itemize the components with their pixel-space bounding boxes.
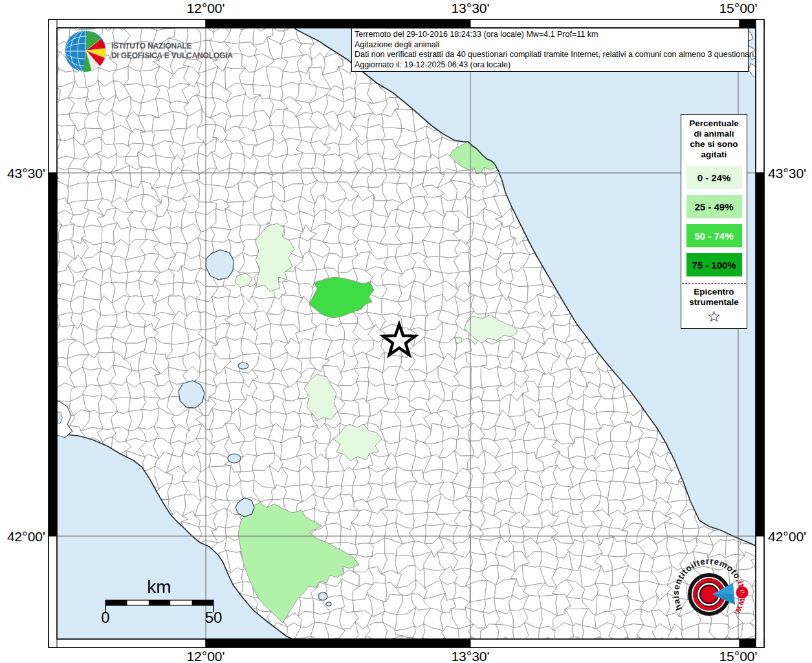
earthquake-info-box: Terremoto del 29-10-2016 18:24:33 (ora l… xyxy=(351,28,749,72)
lake-nemi xyxy=(326,602,331,606)
scale-unit-label: km xyxy=(147,577,171,597)
axis-left-42: 42°00' xyxy=(0,529,45,545)
axis-bottom-15: 15°00' xyxy=(719,649,757,663)
axis-left-4330: 43°30' xyxy=(0,166,45,181)
axis-top-15: 15°00' xyxy=(719,1,757,16)
axis-right-4330: 43°30' xyxy=(768,166,806,181)
legend-star-icon: ☆ xyxy=(707,309,721,324)
axis-top-12: 12°00' xyxy=(186,1,225,16)
ingv-globe-icon xyxy=(63,29,107,73)
scale-end-label: 50 xyxy=(205,609,223,626)
info-line-topic: Agitazione degli animali xyxy=(355,40,745,51)
lake-vico xyxy=(228,454,241,463)
ingv-logo: ISTITUTO NAZIONALE DI GEOFISICA E VULCAN… xyxy=(63,29,238,73)
legend-epicenter-label: Epicentro strumentale xyxy=(689,287,739,308)
scale-start-label: 0 xyxy=(101,609,109,626)
lake-albano xyxy=(318,592,327,600)
lake-bolsena xyxy=(179,381,204,408)
legend-class-0-24: 0 - 24% xyxy=(686,166,742,189)
axis-bottom-12: 12°00' xyxy=(186,649,225,663)
axis-top-1330: 13°30' xyxy=(451,1,489,16)
info-line-event: Terremoto del 29-10-2016 18:24:33 (ora l… xyxy=(355,30,745,40)
legend-class-50-74: 50 - 74% xyxy=(686,224,742,247)
legend-title: Percentuale di animali che si sono agita… xyxy=(689,118,739,160)
map-canvas: km 0 50 ? xyxy=(0,0,812,663)
axis-bottom-1330: 13°30' xyxy=(451,649,489,663)
ingv-name-line2: DI GEOFISICA E VULCANOLOGIA xyxy=(111,51,233,61)
info-line-updated: Aggiornato il: 19-12-2025 06:43 (ora loc… xyxy=(355,60,745,71)
legend: Percentuale di animali che si sono agita… xyxy=(681,114,747,329)
info-line-source: Dati non verificati estratti da 40 quest… xyxy=(355,50,745,60)
axis-right-42: 42°00' xyxy=(768,529,806,545)
legend-class-75-100: 75 - 100% xyxy=(686,253,742,276)
lake-corbara xyxy=(238,363,248,369)
legend-divider xyxy=(682,283,746,284)
map-page: km 0 50 ? xyxy=(0,0,812,663)
lake-trasimeno xyxy=(206,250,234,280)
legend-class-25-49: 25 - 49% xyxy=(686,195,742,218)
ingv-name-line1: ISTITUTO NAZIONALE xyxy=(111,41,233,51)
